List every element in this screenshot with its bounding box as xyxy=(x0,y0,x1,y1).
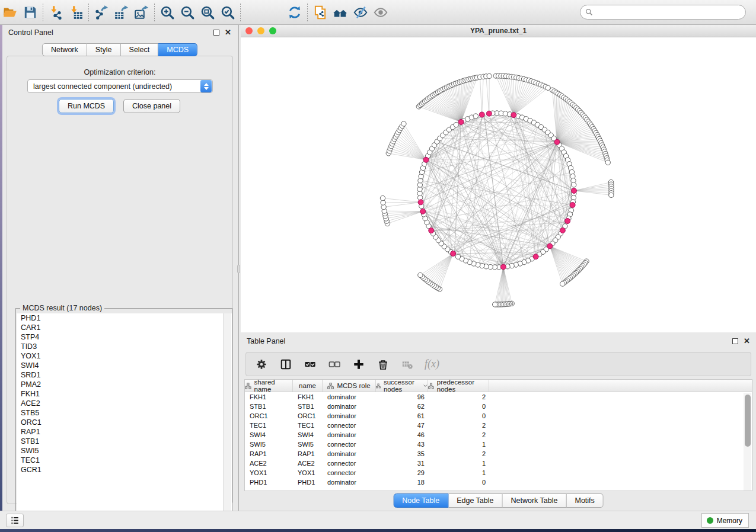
splitter-handle[interactable] xyxy=(237,265,240,273)
mcds-result-item[interactable]: ACE2 xyxy=(17,399,232,408)
export-network-button[interactable] xyxy=(91,2,111,23)
panel-list-button[interactable] xyxy=(6,514,24,527)
table-settings-button[interactable] xyxy=(254,357,269,371)
table-scrollbar[interactable] xyxy=(744,393,751,491)
mcds-hub-node[interactable] xyxy=(560,227,565,233)
hide-selected-button[interactable] xyxy=(350,2,371,23)
mcds-hub-node[interactable] xyxy=(500,264,506,270)
ring-node[interactable] xyxy=(571,182,576,187)
export-table-button[interactable] xyxy=(111,2,132,23)
mcds-result-item[interactable]: YOX1 xyxy=(17,351,232,361)
mcds-hub-node[interactable] xyxy=(554,139,560,145)
network-canvas[interactable] xyxy=(241,37,756,332)
tab-node-table[interactable]: Node Table xyxy=(393,493,448,508)
search-input[interactable] xyxy=(593,5,745,19)
mcds-hub-node[interactable] xyxy=(570,203,575,208)
refresh-button[interactable] xyxy=(285,2,305,23)
table-row[interactable]: PHD1PHD1dominator180 xyxy=(245,477,752,487)
mcds-hub-node[interactable] xyxy=(423,157,429,162)
mcds-hub-node[interactable] xyxy=(565,219,570,224)
leaf-node[interactable] xyxy=(560,281,565,286)
tab-network[interactable]: Network xyxy=(42,43,87,56)
zoom-selected-button[interactable] xyxy=(218,2,238,23)
mcds-result-item[interactable]: CAR1 xyxy=(17,323,232,332)
column-header-name[interactable]: name xyxy=(293,380,323,392)
deselect-all-button[interactable] xyxy=(327,357,342,371)
float-panel-icon[interactable] xyxy=(213,30,219,36)
table-row[interactable]: FKH1FKH1dominator962 xyxy=(245,392,752,402)
mcds-result-item[interactable]: PMA2 xyxy=(17,380,232,389)
leaf-node[interactable] xyxy=(492,302,497,307)
mcds-hub-node[interactable] xyxy=(451,251,456,257)
clone-network-button[interactable] xyxy=(310,2,330,23)
select-all-button[interactable] xyxy=(303,357,317,371)
zoom-fit-button[interactable] xyxy=(197,2,218,23)
mcds-result-list[interactable]: PHD1CAR1STP4TID3YOX1SWI4SRD1PMA2FKH1ACE2… xyxy=(17,313,232,528)
export-image-button[interactable] xyxy=(132,2,152,23)
table-scrollbar-thumb[interactable] xyxy=(745,395,751,447)
leaf-node[interactable] xyxy=(609,193,614,197)
mcds-hub-node[interactable] xyxy=(571,188,576,193)
tab-mcds[interactable]: MCDS xyxy=(158,43,197,56)
import-network-button[interactable] xyxy=(46,2,66,23)
tab-style[interactable]: Style xyxy=(87,43,121,56)
mcds-hub-node[interactable] xyxy=(479,112,484,117)
table-row[interactable]: YOX1YOX1connector291 xyxy=(245,468,752,477)
column-header-predecessor-nodes[interactable]: predecessor nodes xyxy=(428,380,489,392)
close-panel-icon[interactable]: ✕ xyxy=(225,30,231,36)
leaf-node[interactable] xyxy=(487,73,492,78)
memory-button[interactable]: Memory xyxy=(701,513,749,528)
open-session-button[interactable] xyxy=(0,2,20,23)
tab-select[interactable]: Select xyxy=(121,43,159,56)
column-header-MCDS-role[interactable]: MCDS role xyxy=(323,380,376,392)
delete-column-button[interactable] xyxy=(376,357,390,371)
mcds-hub-node[interactable] xyxy=(418,200,423,205)
network-graph[interactable] xyxy=(241,37,756,332)
criterion-dropdown[interactable]: largest connected component (undirected) xyxy=(27,79,213,93)
mcds-result-item[interactable]: STB1 xyxy=(17,437,232,446)
table-row[interactable]: ORC1ORC1dominator610 xyxy=(245,411,752,421)
mcds-hub-node[interactable] xyxy=(458,119,464,124)
ring-node[interactable] xyxy=(455,254,460,259)
table-row[interactable]: STB1STB1dominator620 xyxy=(245,402,752,411)
tab-motifs[interactable]: Motifs xyxy=(566,493,603,508)
table-row[interactable]: ACE2ACE2connector311 xyxy=(245,459,752,468)
ring-node[interactable] xyxy=(473,114,478,118)
close-panel-button[interactable]: Close panel xyxy=(123,99,180,113)
leaf-node[interactable] xyxy=(401,121,406,126)
mcds-hub-node[interactable] xyxy=(420,209,426,214)
mcds-result-item[interactable]: PHD1 xyxy=(17,313,232,323)
column-header-shared-name[interactable]: shared name xyxy=(245,380,293,392)
mcds-list-scrollbar[interactable] xyxy=(223,313,231,528)
ring-node[interactable] xyxy=(454,122,458,127)
zoom-in-button[interactable] xyxy=(157,2,177,23)
mcds-hub-node[interactable] xyxy=(429,228,434,233)
tab-network-table[interactable]: Network Table xyxy=(503,493,567,508)
mcds-result-item[interactable]: GCR1 xyxy=(17,465,232,475)
show-columns-button[interactable] xyxy=(279,357,293,371)
mcds-result-item[interactable]: FKH1 xyxy=(17,389,232,399)
mcds-result-item[interactable]: TEC1 xyxy=(17,456,232,465)
mcds-result-item[interactable]: SWI5 xyxy=(17,446,232,456)
mcds-hub-node[interactable] xyxy=(511,113,516,118)
mcds-result-item[interactable]: RAP1 xyxy=(17,427,232,437)
table-row[interactable]: SWI5SWI5connector431 xyxy=(245,440,752,449)
save-session-button[interactable] xyxy=(20,2,40,23)
tab-edge-table[interactable]: Edge Table xyxy=(448,493,502,508)
float-table-panel-icon[interactable] xyxy=(732,338,738,344)
mcds-result-item[interactable]: STP4 xyxy=(17,332,232,342)
mcds-hub-node[interactable] xyxy=(533,254,538,259)
create-column-button[interactable] xyxy=(352,357,366,371)
mcds-result-item[interactable]: ORC1 xyxy=(17,418,232,427)
import-table-button[interactable] xyxy=(66,2,86,23)
run-mcds-button[interactable]: Run MCDS xyxy=(59,99,114,113)
mcds-result-item[interactable]: SWI4 xyxy=(17,361,232,370)
leaf-node[interactable] xyxy=(605,160,610,165)
mcds-hub-node[interactable] xyxy=(547,243,553,249)
table-row[interactable]: RAP1RAP1dominator352 xyxy=(245,449,752,459)
zoom-out-button[interactable] xyxy=(177,2,197,23)
show-all-button[interactable] xyxy=(371,2,391,23)
table-row[interactable]: SWI4SWI4dominator462 xyxy=(245,430,752,440)
first-neighbors-button[interactable] xyxy=(330,2,350,23)
column-header-successor-nodes[interactable]: successor nodes xyxy=(376,380,428,392)
